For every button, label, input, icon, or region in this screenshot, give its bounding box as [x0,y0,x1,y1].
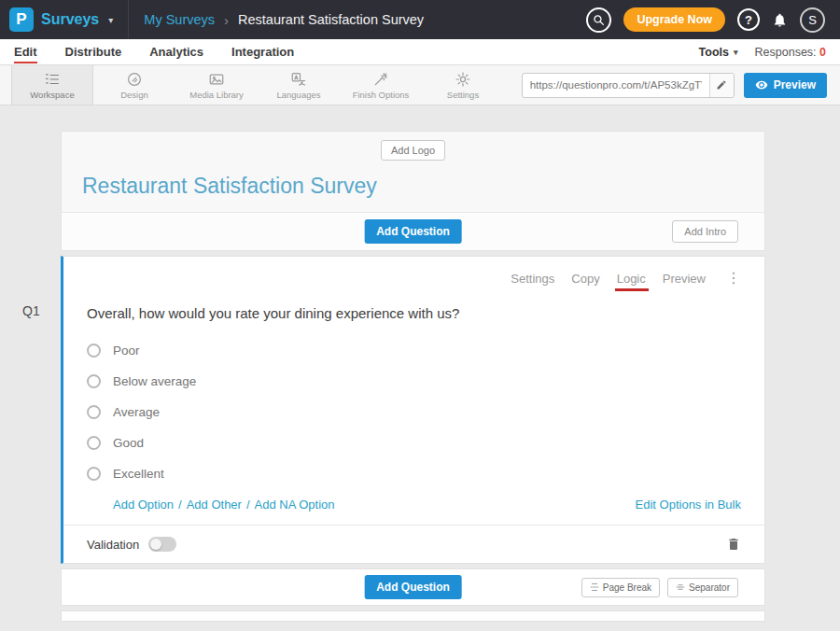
survey-url-group [522,73,735,98]
topbar: P Surveys ▾ My Surveys › Restaurant Sati… [0,0,840,39]
responses-count: 0 [819,46,826,59]
chevron-down-icon: ▾ [734,48,738,57]
brand-menu[interactable]: P Surveys ▾ [9,7,113,32]
toolbar-item-settings[interactable]: Settings [422,65,504,105]
media-library-icon [208,71,225,88]
settings-gear-icon [455,71,471,88]
upgrade-now-button[interactable]: Upgrade Now [623,7,725,32]
question-logic-link[interactable]: Logic [617,272,646,286]
question-settings-link[interactable]: Settings [511,272,554,286]
add-na-option-link[interactable]: Add NA Option [255,498,335,512]
add-other-link[interactable]: Add Other [187,498,242,512]
option-row-good[interactable]: Good [87,436,741,450]
logic-red-underline-annotation [615,288,649,291]
validation-label: Validation [87,538,139,552]
survey-head-area: Add Logo Restaurant Satisfaction Survey [62,132,764,212]
survey-url-input[interactable] [523,79,709,91]
responses-label: Responses: [755,46,817,59]
tools-menu[interactable]: Tools ▾ [699,46,738,59]
option-row-poor[interactable]: Poor [87,344,741,358]
separator-label: Separator [689,582,730,593]
page-break-label: Page Break [603,582,651,593]
survey-header-block: Add Logo Restaurant Satisfaction Survey … [61,131,765,251]
option-row-below-average[interactable]: Below average [87,374,741,388]
edit-options-in-bulk-link[interactable]: Edit Options in Bulk [636,498,741,512]
option-label: Excellent [113,467,164,481]
toolbar-item-label: Workspace [30,90,74,100]
breadcrumb-current-survey: Restaurant Satisfaction Survey [238,12,424,27]
radio-icon[interactable] [87,374,101,388]
survey-card: Add Logo Restaurant Satisfaction Survey … [61,131,765,626]
breadcrumb: My Surveys › Restaurant Satisfaction Sur… [144,12,424,28]
survey-title[interactable]: Restaurant Satisfaction Survey [82,174,744,199]
toolbar-item-label: Finish Options [353,90,410,100]
tab-analytics[interactable]: Analytics [149,40,203,63]
eye-icon [755,78,768,91]
radio-icon[interactable] [87,467,101,481]
add-question-row-bottom: Add Question Page Break Separator [61,568,765,606]
option-label: Average [113,405,160,419]
pencil-icon [716,79,727,91]
toolbar-item-label: Settings [447,90,479,100]
option-row-average[interactable]: Average [87,405,741,419]
question-copy-link[interactable]: Copy [571,272,599,286]
page-break-button[interactable]: Page Break [581,578,660,597]
add-intro-button[interactable]: Add Intro [672,220,738,243]
link-separator: / [178,498,182,512]
tab-integration[interactable]: Integration [231,40,294,63]
questionpro-logo-icon: P [9,7,34,32]
notifications-button[interactable] [772,12,788,28]
more-options-icon[interactable]: ⋮ [726,271,741,286]
radio-icon[interactable] [87,344,101,358]
logo-letter: P [16,10,26,29]
footer-buttons: Page Break Separator [581,578,738,597]
toolbar-item-languages[interactable]: Languages [258,65,340,105]
radio-icon[interactable] [87,405,101,419]
validation-toggle[interactable] [148,537,176,552]
avatar-letter: S [808,13,817,27]
toolbar-item-label: Design [120,90,148,100]
question-logic-wrap: Logic [617,272,646,286]
toolbar-item-finish-options[interactable]: Finish Options [340,65,422,105]
brand-product-name: Surveys [41,11,99,28]
toolbar-item-workspace[interactable]: Workspace [11,65,93,105]
option-label: Good [113,436,144,450]
question-text[interactable]: Overall, how would you rate your dining … [87,305,741,321]
add-question-button-bottom[interactable]: Add Question [364,575,462,599]
topbar-actions: Upgrade Now ? S [586,7,825,33]
finish-options-icon [372,71,389,88]
divider [128,0,129,39]
tools-label: Tools [699,46,729,59]
breadcrumb-my-surveys[interactable]: My Surveys [144,12,215,27]
toolbar-item-design[interactable]: Design [93,65,175,105]
tab-edit[interactable]: Edit [14,40,37,63]
option-label: Below average [113,374,196,388]
question-number-label: Q1 [22,303,40,318]
add-question-row-top: Add Question Add Intro [62,212,764,250]
edit-url-button[interactable] [709,74,734,97]
preview-button[interactable]: Preview [744,73,827,98]
add-question-button[interactable]: Add Question [364,219,462,244]
question-preview-link[interactable]: Preview [663,272,706,286]
tab-distribute[interactable]: Distribute [65,40,122,63]
toolbar-item-media-library[interactable]: Media Library [175,65,258,105]
avatar[interactable]: S [800,7,825,33]
question-card: Settings Copy Logic Preview ⋮ Overall, h… [61,256,765,564]
search-button[interactable] [586,7,611,33]
option-row-excellent[interactable]: Excellent [87,467,741,481]
add-option-link[interactable]: Add Option [113,498,174,512]
next-section-partial [61,610,765,622]
separator-icon [676,582,685,592]
answer-options: Poor Below average Average Good Excellen… [87,344,741,481]
radio-icon[interactable] [87,436,101,450]
option-label: Poor [113,344,140,358]
editor-toolbar: Workspace Design Media Library Languages… [0,65,840,105]
nav-right: Tools ▾ Responses: 0 [699,46,826,59]
help-button[interactable]: ? [737,8,760,31]
page-break-icon [590,582,599,592]
separator-button[interactable]: Separator [667,578,738,597]
responses-counter[interactable]: Responses: 0 [755,46,826,59]
preview-label: Preview [774,78,816,91]
delete-question-button[interactable] [726,537,741,552]
add-logo-button[interactable]: Add Logo [381,140,445,161]
